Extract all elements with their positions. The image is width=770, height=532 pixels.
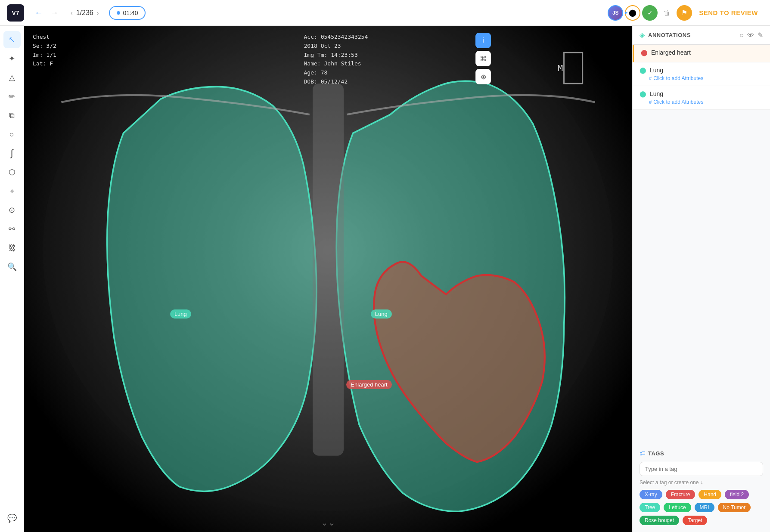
image-area[interactable]: M Chest Se: 3/2 Im: 1/1 Lat: F Acc: 0545… bbox=[24, 26, 632, 532]
globe-float-button[interactable]: ⊕ bbox=[475, 69, 491, 84]
annotation-name-lung-1: Lung bbox=[650, 67, 663, 74]
tags-list: X-ray Fracture Hand field 2 Tree Lettuce… bbox=[640, 490, 763, 525]
page-counter: 1/236 bbox=[76, 9, 93, 17]
annotations-edit-toggle[interactable]: ✎ bbox=[758, 31, 763, 39]
info-float-button[interactable]: i bbox=[475, 33, 491, 48]
page-prev-button[interactable]: ‹ bbox=[71, 9, 73, 16]
copy-tool-button[interactable]: ⧉ bbox=[3, 107, 21, 124]
topbar: V7 ← → ‹ 1/236 › 01:40 JS ⬤ ✓ 🗑 ⚑ SEND T… bbox=[0, 0, 770, 26]
select-tool-button[interactable]: ↖ bbox=[3, 31, 21, 48]
approve-button[interactable]: ✓ bbox=[642, 5, 658, 21]
annotation-item-lung-2[interactable]: ⬤ Lung # Click to add Attributes bbox=[633, 86, 770, 110]
float-buttons: i ⌘ ⊕ bbox=[475, 33, 491, 84]
auto-tool-button[interactable]: ✦ bbox=[3, 50, 21, 67]
tag-rose-bouget[interactable]: Rose bouget bbox=[640, 516, 679, 525]
link-tool-button[interactable]: ⛓ bbox=[3, 239, 21, 257]
brush-tool-button[interactable]: ✏ bbox=[3, 88, 21, 105]
page-navigation: ‹ 1/236 › bbox=[71, 9, 99, 17]
tag-no-tumor[interactable]: No Tumor bbox=[718, 503, 751, 512]
cube-tool-button[interactable]: ⬡ bbox=[3, 164, 21, 181]
tag-target[interactable]: Target bbox=[683, 516, 707, 525]
connect-tool-button[interactable]: ⚯ bbox=[3, 220, 21, 238]
annotation-attrs-lung-2[interactable]: Click to add Attributes bbox=[653, 99, 703, 105]
tags-icon: 🏷 bbox=[640, 450, 646, 457]
annotations-icon: ◈ bbox=[640, 31, 645, 39]
tag-fracture[interactable]: Fracture bbox=[666, 490, 695, 499]
nav-arrows: ← → bbox=[33, 6, 60, 19]
timer-display: 01:40 bbox=[123, 9, 138, 16]
annotation-attrs-icon-lung-1: # bbox=[649, 76, 652, 81]
flag-button[interactable]: ⚑ bbox=[677, 5, 692, 21]
tag-lettuce[interactable]: Lettuce bbox=[664, 503, 691, 512]
lasso-tool-button[interactable]: ⌖ bbox=[3, 182, 21, 200]
action-icons: JS ⬤ ✓ 🗑 ⚑ SEND TO REVIEW bbox=[608, 5, 763, 21]
svg-rect-2 bbox=[313, 84, 344, 455]
send-to-review-button[interactable]: SEND TO REVIEW bbox=[694, 6, 763, 20]
annotation-icon-enlarged-heart: ⬤ bbox=[641, 49, 648, 56]
svg-text:M: M bbox=[558, 63, 563, 73]
tag-hand[interactable]: Hand bbox=[699, 490, 721, 499]
annotation-icon-lung-1: ⬤ bbox=[640, 67, 646, 74]
annotation-attrs-lung-1[interactable]: Click to add Attributes bbox=[653, 75, 703, 81]
annotation-icon-lung-2: ⬤ bbox=[640, 90, 646, 97]
annotation-name-lung-2: Lung bbox=[650, 90, 663, 97]
main-area: ↖ ✦ △ ✏ ⧉ ○ ∫ ⬡ ⌖ ⊙ ⚯ ⛓ 🔍 💬 bbox=[0, 26, 770, 532]
timer-button[interactable]: 01:40 bbox=[109, 6, 146, 20]
polygon-tool-button[interactable]: △ bbox=[3, 69, 21, 86]
annotations-circle-toggle[interactable]: ○ bbox=[739, 31, 744, 39]
annotation-name-enlarged-heart: Enlarged heart bbox=[651, 49, 691, 56]
patient-info-tr: Acc: 05452342343254 2018 Oct 23 Img Tm: … bbox=[304, 33, 368, 87]
user-avatar[interactable]: JS bbox=[608, 5, 623, 21]
select-tag-hint: Select a tag or create one ↓ bbox=[640, 479, 763, 486]
page-next-button[interactable]: › bbox=[97, 9, 99, 16]
tag-x-ray[interactable]: X-ray bbox=[640, 490, 662, 499]
timer-dot bbox=[117, 11, 120, 15]
tag-tree[interactable]: Tree bbox=[640, 503, 660, 512]
annotations-header: ◈ ANNOTATIONS ○ 👁 ✎ bbox=[633, 26, 770, 45]
zoom-tool-button[interactable]: 🔍 bbox=[3, 258, 21, 275]
right-panel: ◈ ANNOTATIONS ○ 👁 ✎ ⬤ Enlarged heart ⬤ L… bbox=[632, 26, 770, 532]
annotations-visibility-toggle[interactable]: 👁 bbox=[747, 31, 754, 39]
annotations-label: ANNOTATIONS bbox=[648, 32, 736, 38]
tags-section: 🏷 TAGS Select a tag or create one ↓ X-ra… bbox=[633, 443, 770, 532]
tag-input[interactable] bbox=[640, 462, 763, 476]
v7-logo[interactable]: V7 bbox=[7, 4, 24, 22]
annotation-svg: M bbox=[24, 26, 632, 532]
tags-label: TAGS bbox=[648, 450, 664, 457]
annotation-attrs-icon-lung-2: # bbox=[649, 99, 652, 105]
tag-field-2[interactable]: field 2 bbox=[725, 490, 749, 499]
annotation-item-lung-1[interactable]: ⬤ Lung # Click to add Attributes bbox=[633, 62, 770, 86]
patient-info-tl: Chest Se: 3/2 Im: 1/1 Lat: F bbox=[33, 33, 56, 68]
keyboard-float-button[interactable]: ⌘ bbox=[475, 51, 491, 66]
scroll-indicator: ⌄⌄ bbox=[321, 517, 335, 528]
circle-tool-button[interactable]: ○ bbox=[3, 126, 21, 143]
search-area-tool-button[interactable]: ⊙ bbox=[3, 201, 21, 219]
left-toolbar: ↖ ✦ △ ✏ ⧉ ○ ∫ ⬡ ⌖ ⊙ ⚯ ⛓ 🔍 💬 bbox=[0, 26, 24, 532]
annotation-item-enlarged-heart[interactable]: ⬤ Enlarged heart bbox=[633, 45, 770, 62]
chat-tool-button[interactable]: 💬 bbox=[3, 510, 21, 527]
nav-back-button[interactable]: ← bbox=[33, 6, 45, 19]
delete-button[interactable]: 🗑 bbox=[659, 5, 675, 21]
nav-forward-button[interactable]: → bbox=[48, 6, 60, 19]
curve-tool-button[interactable]: ∫ bbox=[3, 145, 21, 162]
tag-mri[interactable]: MRI bbox=[695, 503, 714, 512]
